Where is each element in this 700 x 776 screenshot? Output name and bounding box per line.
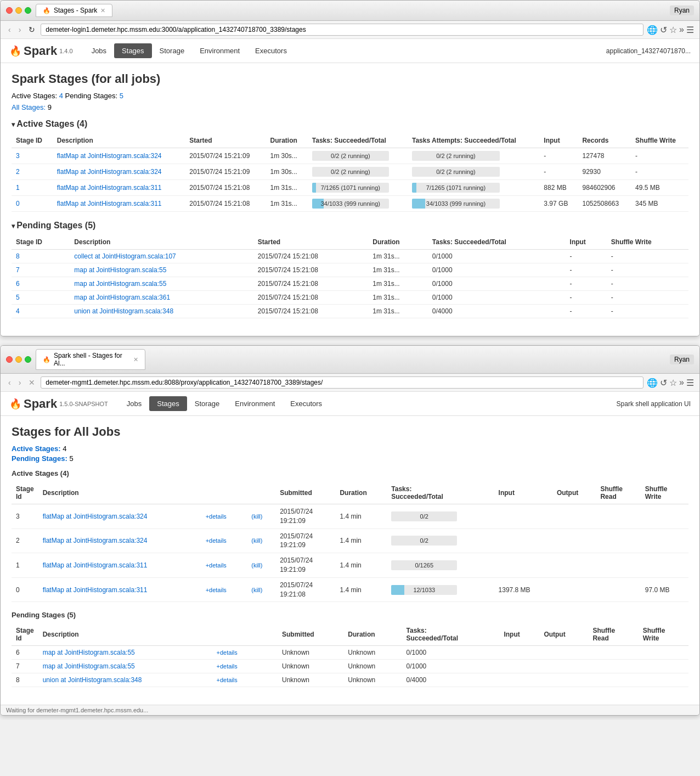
forward-button[interactable]: › [16, 24, 24, 35]
desc-link-2[interactable]: flatMap at JointHistogram.scala:324 [43, 513, 148, 520]
menu-icon[interactable]: ☰ [686, 25, 694, 35]
more-icon-2[interactable]: » [679, 378, 684, 388]
description-link[interactable]: flatMap at JointHistogram.scala:311 [57, 184, 162, 192]
globe-icon-2[interactable]: 🌐 [647, 378, 658, 388]
p-desc-link-2[interactable]: union at JointHistogram.scala:348 [43, 676, 142, 684]
tasks-progress-label: 0/2 (2 running) [312, 167, 389, 177]
active-stages-section-title[interactable]: Active Stages (4) [12, 119, 688, 129]
maximize-button[interactable] [25, 7, 31, 14]
tasks-progress-label: 7/1265 (1071 running) [312, 183, 389, 193]
refresh-button-2[interactable]: ✕ [26, 377, 37, 388]
star-icon-2[interactable]: ☆ [669, 378, 677, 388]
close-button[interactable] [6, 7, 13, 14]
cell2-kill: (kill) [247, 528, 275, 553]
stage-id-link[interactable]: 2 [16, 168, 20, 176]
forward-button-2[interactable]: › [16, 377, 24, 388]
p-details-link[interactable]: +details [217, 649, 238, 656]
close-button-2[interactable] [6, 356, 13, 363]
back-button[interactable]: ‹ [6, 24, 13, 35]
desc-link-2[interactable]: flatMap at JointHistogram.scala:311 [43, 586, 148, 594]
nav-jobs-2[interactable]: Jobs [119, 396, 149, 411]
stage-id-link[interactable]: 3 [16, 152, 20, 160]
spark-name: Spark [24, 44, 57, 58]
active-stages-count[interactable]: 4 [59, 92, 63, 100]
th-description: Description [53, 133, 185, 148]
app-id-2: Spark shell application UI [617, 400, 691, 408]
back-button-2[interactable]: ‹ [6, 377, 13, 388]
refresh-button[interactable]: ↻ [26, 24, 37, 35]
stage-id-link[interactable]: 1 [16, 184, 20, 192]
pending-stages-section-title[interactable]: Pending Stages (5) [12, 221, 688, 230]
description-link[interactable]: flatMap at JointHistogram.scala:311 [57, 200, 162, 207]
p-stage-id-link[interactable]: 5 [16, 294, 20, 301]
p-stage-id-link[interactable]: 6 [16, 280, 20, 288]
nav-environment[interactable]: Environment [192, 43, 247, 58]
desc-link-2[interactable]: flatMap at JointHistogram.scala:324 [43, 537, 148, 544]
menu-icon-2[interactable]: ☰ [686, 378, 694, 388]
cell-p-duration: 1m 31s... [368, 305, 428, 318]
minimize-button-2[interactable] [15, 356, 22, 363]
tab-close-icon-2[interactable]: ✕ [133, 356, 138, 363]
stage-id-link[interactable]: 0 [16, 200, 20, 207]
reload-icon-2[interactable]: ↺ [660, 378, 667, 388]
globe-icon[interactable]: 🌐 [647, 25, 658, 35]
nav-storage-2[interactable]: Storage [187, 396, 228, 411]
cell2-shuffle-read [596, 504, 640, 529]
tasks-progress-label: 34/1033 (999 running) [312, 199, 389, 209]
nav-executors-2[interactable]: Executors [283, 396, 330, 411]
tab-close-icon[interactable]: ✕ [100, 7, 105, 14]
p-description-link[interactable]: map at JointHistogram.scala:55 [74, 266, 166, 274]
p-stage-id-link[interactable]: 4 [16, 307, 20, 315]
details-link[interactable]: +details [206, 562, 227, 569]
description-link[interactable]: flatMap at JointHistogram.scala:324 [57, 152, 162, 160]
address-input-2[interactable] [41, 376, 643, 389]
browser-tab-active-2[interactable]: 🔥 Spark shell - Stages for Al... ✕ [36, 349, 145, 370]
p-desc-link-2[interactable]: map at JointHistogram.scala:55 [43, 662, 135, 670]
active-stages-table-2: StageId Description Submitted Duration T… [12, 482, 688, 602]
kill-link[interactable]: (kill) [251, 513, 262, 520]
nav-jobs[interactable]: Jobs [84, 43, 114, 58]
kill-link[interactable]: (kill) [251, 562, 262, 569]
p-description-link[interactable]: union at JointHistogram.scala:348 [74, 307, 173, 315]
browser-tab-active[interactable]: 🔥 Stages - Spark ✕ [36, 4, 112, 17]
p-stage-id-link[interactable]: 7 [16, 266, 20, 274]
p-description-link[interactable]: map at JointHistogram.scala:55 [74, 280, 166, 288]
kill-link[interactable]: (kill) [251, 587, 262, 593]
more-icon[interactable]: » [679, 25, 684, 35]
address-input[interactable] [41, 24, 643, 36]
pending-stages-label: Pending Stages: [65, 92, 117, 100]
star-icon[interactable]: ☆ [669, 25, 677, 35]
nav-executors[interactable]: Executors [247, 43, 295, 58]
desc-link-2[interactable]: flatMap at JointHistogram.scala:311 [43, 561, 148, 569]
cell-attempts: 0/2 (2 running) [408, 148, 539, 164]
p-description-link[interactable]: map at JointHistogram.scala:361 [74, 294, 170, 301]
pending-stages-count[interactable]: 5 [120, 92, 123, 100]
nav-storage[interactable]: Storage [152, 43, 193, 58]
spark-flame-icon-2: 🔥 [9, 398, 21, 410]
attempts-progress-bar: 0/2 (2 running) [412, 151, 500, 161]
details-link[interactable]: +details [206, 537, 227, 544]
nav-environment-2[interactable]: Environment [227, 396, 283, 411]
description-link[interactable]: flatMap at JointHistogram.scala:324 [57, 168, 162, 176]
cell2p-shuffle-write [639, 660, 688, 673]
p-description-link[interactable]: collect at JointHistogram.scala:107 [74, 252, 176, 260]
th-p-stage-id: Stage ID [12, 235, 70, 250]
th2p-kill [263, 623, 278, 646]
cell-p-description: union at JointHistogram.scala:348 [70, 305, 253, 318]
details-link[interactable]: +details [206, 587, 227, 593]
cell-stage-id: 0 [12, 196, 53, 212]
p-desc-link-2[interactable]: map at JointHistogram.scala:55 [43, 649, 135, 656]
cell2-kill: (kill) [247, 577, 275, 602]
p-stage-id-link[interactable]: 8 [16, 252, 20, 260]
minimize-button[interactable] [15, 7, 22, 14]
nav-stages-2[interactable]: Stages [149, 396, 187, 411]
details-link[interactable]: +details [206, 513, 227, 520]
p-details-link[interactable]: +details [217, 663, 238, 670]
reload-icon[interactable]: ↺ [660, 25, 667, 35]
p-details-link[interactable]: +details [217, 677, 238, 683]
all-stages-label[interactable]: All Stages: [12, 103, 46, 111]
kill-link[interactable]: (kill) [251, 537, 262, 544]
maximize-button-2[interactable] [25, 356, 31, 363]
cell2-shuffle-write [641, 528, 688, 553]
nav-stages[interactable]: Stages [114, 43, 151, 58]
